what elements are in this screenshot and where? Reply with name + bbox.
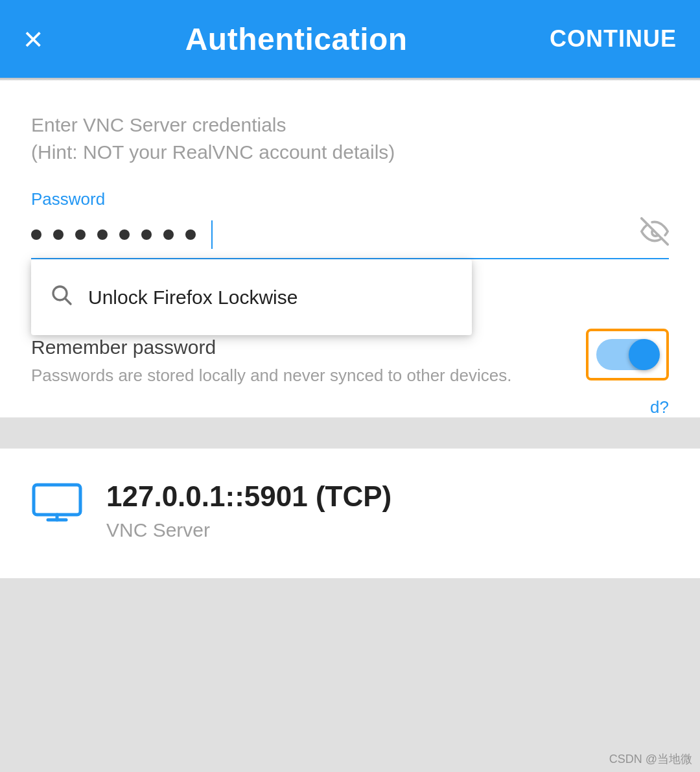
toggle-visibility-button[interactable] [640,217,669,251]
search-icon [49,283,73,312]
dot-7 [163,229,174,240]
main-content: Enter VNC Server credentials(Hint: NOT y… [0,80,700,417]
password-label: Password [31,189,669,209]
dot-2 [53,229,64,240]
connection-address: 127.0.0.1::5901 (TCP) [106,480,669,514]
svg-line-1 [65,299,71,304]
svg-rect-2 [34,485,80,515]
dot-1 [31,229,41,240]
close-button[interactable]: × [23,22,43,56]
dot-5 [119,229,130,240]
connection-section: 127.0.0.1::5901 (TCP) VNC Server [0,449,700,578]
dot-6 [141,229,152,240]
remember-password-desc: Passwords are stored locally and never s… [31,364,586,387]
dot-3 [75,229,86,240]
dot-8 [185,229,196,240]
toggle-thumb [629,339,660,370]
remember-password-title: Remember password [31,336,586,358]
forgot-password-link[interactable]: d? [650,397,669,417]
autocomplete-item-label: Unlock Firefox Lockwise [88,287,298,309]
dot-4 [97,229,108,240]
app-header: × Authentication CONTINUE [0,0,700,78]
autocomplete-dropdown: Unlock Firefox Lockwise [31,259,472,335]
text-cursor [211,220,213,249]
password-dots [31,220,630,249]
hint-text: Enter VNC Server credentials(Hint: NOT y… [31,111,669,166]
connection-type: VNC Server [106,519,669,541]
page-title: Authentication [185,21,408,57]
watermark: CSDN @当地微 [609,751,692,767]
monitor-icon [31,482,83,533]
forgot-password-area: d? [31,387,669,417]
connection-info: 127.0.0.1::5901 (TCP) VNC Server [106,480,669,541]
remember-password-toggle[interactable] [596,339,659,370]
section-divider [0,438,700,449]
remember-password-toggle-wrapper [586,329,669,380]
password-field-wrapper [31,217,669,259]
autocomplete-item-lockwise[interactable]: Unlock Firefox Lockwise [31,270,472,325]
continue-button[interactable]: CONTINUE [550,25,677,53]
